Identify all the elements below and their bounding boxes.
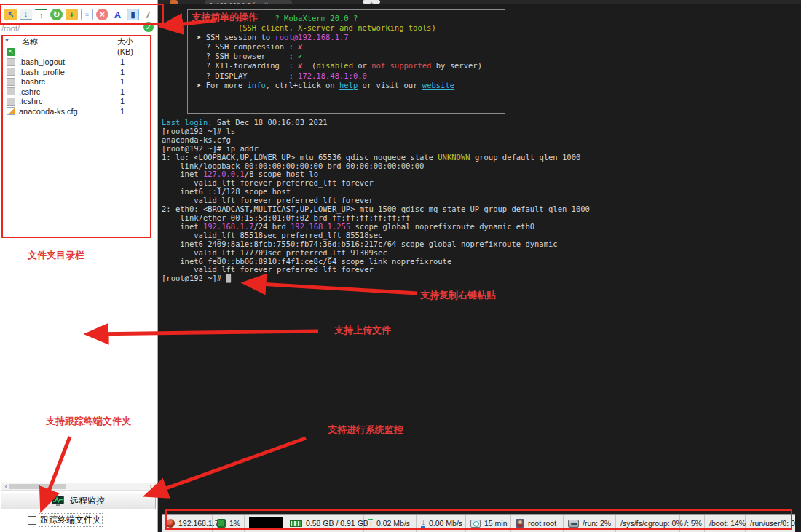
sftp-sidebar: ↖↓↑↻+≡×A▮/ ✓ ▼ 名称 大小 (KB) ↖...bash_logou… (0, 0, 158, 532)
status-item-label: /: 5% (684, 519, 702, 528)
file-row[interactable]: ↖.. (1, 47, 151, 57)
remote-monitor-button[interactable]: 远程监控 (1, 493, 156, 509)
file-size: 1 (120, 57, 125, 66)
upload-icon: ↑ (368, 519, 373, 528)
horizontal-scrollbar[interactable]: ‹ › (1, 483, 156, 491)
disk-icon (568, 520, 579, 528)
file-name: anaconda-ks.cfg (19, 107, 78, 116)
path-bar: ✓ (0, 22, 157, 34)
annotation-folder-bar: 文件夹目录栏 (28, 249, 84, 262)
remote-monitor-label: 远程监控 (70, 495, 105, 507)
scroll-left-icon[interactable]: ‹ (2, 483, 9, 490)
delete-icon[interactable]: × (96, 9, 108, 20)
terminal-area[interactable]: 2. 192.168.1.7 (root) + ? MobaXterm 20.0… (158, 0, 801, 532)
file-list: ▼ 名称 大小 (KB) ↖...bash_logout1.bash_profi… (1, 36, 151, 237)
tab-accent (170, 0, 178, 4)
rename-icon[interactable]: A (111, 9, 124, 20)
scroll-right-icon[interactable]: › (147, 483, 154, 490)
annotation-copy-paste: 支持复制右键粘贴 (420, 289, 496, 302)
terminal-link[interactable]: help (339, 81, 358, 90)
mobaxterm-window: ↖↓↑↻+≡×A▮/ ✓ ▼ 名称 大小 (KB) ↖...bash_logou… (0, 0, 801, 532)
status-bar: 192.168.1.71%0.58 GB / 0.91 GB↑0.02 Mb/s… (162, 514, 795, 532)
status-item-label: root root (528, 519, 556, 528)
terminal-line: ➤ SSH session to root@192.168.1.7 (197, 33, 496, 42)
follow-terminal-folder[interactable]: 跟踪终端文件夹 (28, 513, 103, 527)
terminal-line: ? DISPLAY : 172.18.48.1:0.0 (197, 71, 496, 81)
annotation-simple-ops: 支持简单的操作 (192, 11, 258, 24)
terminal-line: ? SSH compression : ✘ (197, 42, 496, 52)
folder-up-icon: ↖ (7, 48, 15, 56)
file-name: .tcshrc (19, 97, 42, 106)
follow-checkbox-label: 跟踪终端文件夹 (39, 513, 103, 527)
file-name: .bashrc (19, 77, 45, 86)
status-item: /: 5% (680, 515, 705, 532)
column-name[interactable]: 名称 (22, 36, 38, 47)
status-item: /run: 2% (564, 515, 616, 532)
status-item: 0.58 GB / 0.91 GB (285, 515, 364, 532)
annotation-upload-file: 支持上传文件 (334, 324, 391, 337)
file-row[interactable]: .tcshrc1 (1, 97, 151, 107)
file-size: 1 (120, 77, 125, 86)
tab-bar: 2. 192.168.1.7 (root) + (158, 0, 801, 4)
status-item-label: 15 min (484, 519, 508, 528)
file-row[interactable]: anaconda-ks.cfg1 (1, 106, 151, 116)
status-item: ↓0.00 Mb/s (417, 515, 466, 532)
status-item: /boot: 14% (705, 515, 746, 532)
terminal-link[interactable]: website (422, 81, 454, 90)
new-folder-icon[interactable]: + (66, 9, 78, 20)
status-item: /run/user/0: 0% (746, 515, 792, 532)
monitor-graph-icon (52, 496, 64, 507)
refresh-icon[interactable]: ↻ (50, 9, 63, 20)
status-item: /sys/fs/cgroup: 0% (616, 515, 680, 532)
terminal-output: Last login: Sat Dec 18 00:16:03 2021[roo… (162, 119, 590, 283)
dotfile-icon (7, 78, 15, 86)
status-item-label: /run: 2% (583, 519, 611, 528)
file-name: .bash_logout (19, 57, 65, 66)
dotfile-icon (7, 98, 15, 106)
sftp-toolbar: ↖↓↑↻+≡×A▮/ (3, 7, 171, 23)
file-row[interactable]: .cshrc1 (1, 87, 151, 97)
cpu-icon (217, 519, 226, 528)
new-file-icon[interactable]: ≡ (81, 9, 93, 20)
file-row[interactable]: .bash_logout1 (1, 57, 151, 68)
column-divider[interactable] (114, 36, 114, 47)
terminal-line: (SSH client, X-server and networking too… (197, 23, 496, 33)
path-ok-icon: ✓ (143, 22, 154, 32)
new-tab-button[interactable]: + (363, 0, 380, 4)
upload-icon[interactable]: ↑ (35, 9, 47, 20)
annotation-follow-folder: 支持跟踪终端文件夹 (46, 415, 131, 428)
status-item-label: 0.02 Mb/s (376, 519, 410, 528)
terminal-line: [root@192 ~]# █ (162, 274, 590, 283)
status-item-label: 0.58 GB / 0.91 GB (306, 519, 368, 528)
dotfile-icon (7, 68, 15, 76)
download-icon[interactable]: ↓ (20, 9, 32, 20)
file-name: .cshrc (19, 87, 40, 96)
sort-indicator-icon: ▼ (4, 38, 9, 43)
dotfile-icon (7, 58, 15, 66)
status-item-label: /run/user/0: 0% (750, 519, 801, 528)
status-item: 15 min (466, 515, 511, 532)
download-icon: ↓ (421, 519, 425, 528)
file-size: 1 (120, 68, 125, 76)
graph-icon (249, 517, 283, 530)
ram-icon (290, 520, 302, 527)
status-item-label: /boot: 14% (709, 519, 746, 528)
path-input[interactable] (1, 23, 141, 33)
file-list-header[interactable]: ▼ 名称 大小 (KB) (1, 36, 151, 47)
file-size: 1 (120, 87, 125, 96)
config-icon (7, 107, 15, 115)
file-row[interactable]: .bashrc1 (1, 77, 151, 87)
home-folder-icon[interactable]: ↖ (4, 9, 17, 20)
session-tab[interactable]: 2. 192.168.1.7 (root) (205, 0, 292, 4)
status-item-label: /sys/fs/cgroup: 0% (620, 519, 683, 528)
file-row[interactable]: .bash_profile1 (1, 67, 151, 77)
split-view-icon[interactable]: ▮ (127, 9, 139, 20)
file-name: .. (19, 48, 23, 57)
wand-icon[interactable]: / (141, 7, 156, 21)
follow-checkbox[interactable] (28, 516, 36, 525)
terminal-cursor: █ (226, 274, 231, 282)
scrollbar-thumb[interactable] (9, 484, 66, 489)
status-item: 1% (213, 515, 245, 532)
terminal-line: ? SSH-browser : ✔ (197, 52, 496, 61)
network-icon (166, 519, 175, 528)
